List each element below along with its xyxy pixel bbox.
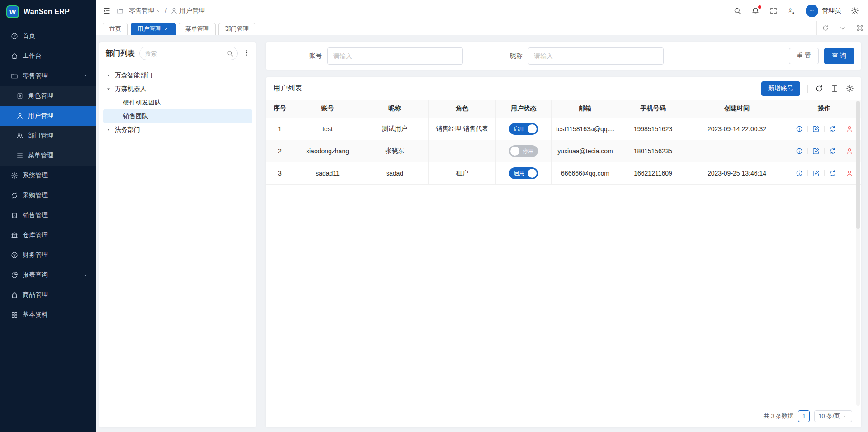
department-panel: 部门列表 万森智能部门 万森机器人 xyxy=(99,42,256,427)
sidebar-item-department-management[interactable]: 部门管理 xyxy=(0,126,96,146)
tab-home[interactable]: 首页 xyxy=(103,23,128,35)
status-toggle[interactable]: 停用 xyxy=(509,145,538,157)
maximize-content-button[interactable] xyxy=(851,21,868,35)
breadcrumb-page: 用户管理 xyxy=(170,7,205,15)
language-button[interactable] xyxy=(788,7,796,15)
breadcrumb: 零售管理 / 用户管理 xyxy=(129,7,205,15)
tab-label: 菜单管理 xyxy=(185,25,209,33)
status-toggle[interactable]: 启用 xyxy=(509,167,538,179)
tab-label: 用户管理 xyxy=(137,25,161,33)
tab-department-management[interactable]: 部门管理 xyxy=(218,23,255,35)
row-actions xyxy=(796,147,853,155)
view-detail-button[interactable] xyxy=(796,147,803,155)
breadcrumb-section-label: 零售管理 xyxy=(129,7,154,15)
status-label: 启用 xyxy=(514,125,524,133)
sidebar-item-basic-data[interactable]: 基本资料 xyxy=(0,305,96,325)
department-search xyxy=(139,47,238,60)
edit-user-button[interactable] xyxy=(812,125,820,133)
tab-close-button[interactable] xyxy=(164,26,169,32)
remove-user-button[interactable] xyxy=(846,125,853,133)
scrollbar-thumb[interactable] xyxy=(856,101,860,229)
tree-item[interactable]: 硬件研发团队 xyxy=(103,96,252,109)
sidebar-item-user-management[interactable]: 用户管理 xyxy=(0,106,96,126)
sidebar-item-finance-management[interactable]: 财务管理 xyxy=(0,245,96,265)
breadcrumb-section[interactable]: 零售管理 xyxy=(129,7,161,15)
sidebar-item-workbench[interactable]: 工作台 xyxy=(0,46,96,66)
report-icon xyxy=(11,271,18,279)
account-input[interactable] xyxy=(327,47,463,65)
table-header-row: 序号 账号 昵称 角色 用户状态 邮箱 手机号码 创建时间 操作 xyxy=(266,100,861,118)
cell-email: yuxiuaa@tecia.com xyxy=(552,140,619,162)
sidebar-collapse-button[interactable] xyxy=(103,7,111,15)
tree-item[interactable]: 万森智能部门 xyxy=(103,69,252,82)
caret-right-icon[interactable] xyxy=(106,127,111,133)
caret-right-icon[interactable] xyxy=(106,73,111,78)
reset-password-button[interactable] xyxy=(829,147,836,155)
search-button[interactable] xyxy=(733,7,741,15)
table-scrollbar[interactable] xyxy=(856,101,860,406)
col-actions: 操作 xyxy=(787,100,861,118)
row-actions xyxy=(796,170,853,177)
edit-user-button[interactable] xyxy=(812,147,820,155)
department-search-button[interactable] xyxy=(222,47,237,60)
page-size-select[interactable]: 10 条/页 xyxy=(814,410,852,422)
remove-user-icon xyxy=(846,170,853,177)
app-name: WanSen ERP xyxy=(24,8,70,16)
sidebar-item-goods-management[interactable]: 商品管理 xyxy=(0,285,96,305)
user-menu[interactable]: 管理员 xyxy=(806,5,841,17)
reset-button[interactable]: 重 置 xyxy=(789,48,819,64)
tree-item-label: 销售团队 xyxy=(123,112,148,120)
sidebar-item-warehouse-management[interactable]: 仓库管理 xyxy=(0,225,96,245)
nickname-input[interactable] xyxy=(528,47,664,65)
sidebar-item-retail[interactable]: 零售管理 xyxy=(0,66,96,86)
reset-password-button[interactable] xyxy=(829,170,836,177)
add-account-button[interactable]: 新增账号 xyxy=(761,81,800,96)
remove-user-button[interactable] xyxy=(846,147,853,155)
status-toggle[interactable]: 启用 xyxy=(509,123,538,135)
col-nickname: 昵称 xyxy=(361,100,429,118)
tree-item-selected[interactable]: 销售团队 xyxy=(103,109,252,123)
cell-account: sadad11 xyxy=(294,162,361,184)
table-tools xyxy=(815,85,854,93)
fullscreen-button[interactable] xyxy=(769,7,778,15)
cell-index: 3 xyxy=(266,162,294,184)
sidebar-item-sales-management[interactable]: 销售管理 xyxy=(0,205,96,225)
sidebar-item-home[interactable]: 首页 xyxy=(0,26,96,46)
row-height-button[interactable] xyxy=(830,85,839,93)
notifications-button[interactable] xyxy=(751,7,760,15)
sidebar-item-menu-management[interactable]: 菜单管理 xyxy=(0,146,96,166)
view-detail-button[interactable] xyxy=(796,170,803,177)
sync-icon xyxy=(829,170,836,177)
settings-button[interactable] xyxy=(851,7,859,15)
remove-user-icon xyxy=(846,147,853,155)
close-icon xyxy=(164,26,169,32)
user-list-card: 用户列表 新增账号 序号 账号 xyxy=(266,77,861,427)
column-settings-button[interactable] xyxy=(846,85,854,93)
refresh-icon xyxy=(815,85,823,93)
reset-password-button[interactable] xyxy=(829,125,836,133)
caret-down-icon[interactable] xyxy=(106,86,111,92)
search-button[interactable]: 查 询 xyxy=(824,48,854,64)
tab-menu-management[interactable]: 菜单管理 xyxy=(179,23,216,35)
logo-icon: W xyxy=(6,5,19,18)
refresh-table-button[interactable] xyxy=(815,85,823,93)
filter-nickname: 昵称 xyxy=(510,47,664,65)
basic-data-icon xyxy=(11,311,18,318)
page-1-button[interactable]: 1 xyxy=(798,410,810,422)
view-detail-button[interactable] xyxy=(796,125,803,133)
refresh-tab-button[interactable] xyxy=(816,21,834,35)
sidebar-item-system-management[interactable]: 系统管理 xyxy=(0,166,96,185)
department-more-button[interactable] xyxy=(242,49,251,57)
tab-list-dropdown-button[interactable] xyxy=(834,21,851,35)
right-column: 账号 昵称 重 置 查 询 用户列表 新增账 xyxy=(266,42,861,427)
edit-user-button[interactable] xyxy=(812,170,820,177)
tab-user-management[interactable]: 用户管理 xyxy=(131,23,176,35)
remove-user-button[interactable] xyxy=(846,170,853,177)
sidebar-item-purchase-management[interactable]: 采购管理 xyxy=(0,185,96,205)
department-search-input[interactable] xyxy=(140,50,222,57)
sidebar-item-label: 菜单管理 xyxy=(28,152,88,160)
tree-item[interactable]: 法务部门 xyxy=(103,123,252,137)
sidebar-item-report-query[interactable]: 报表查询 xyxy=(0,265,96,285)
tree-item[interactable]: 万森机器人 xyxy=(103,82,252,96)
sidebar-item-role-management[interactable]: 角色管理 xyxy=(0,86,96,106)
